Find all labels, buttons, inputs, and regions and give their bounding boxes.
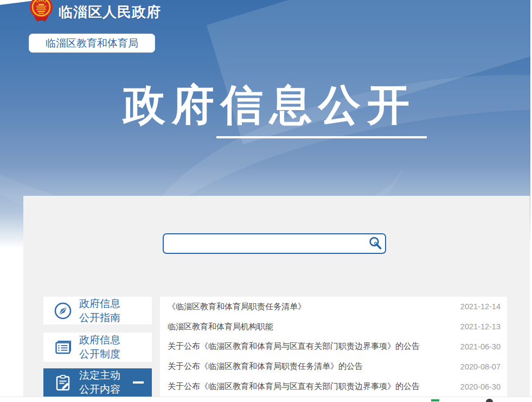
partial-dark-icon: [486, 399, 493, 402]
sidebar-item-label: 政府信息 公开指南: [79, 297, 120, 325]
ledger-icon: [54, 338, 72, 356]
page-title: 政府信息公开: [115, 81, 424, 129]
article-title[interactable]: 关于公布《临淄区教育和体育局与区直有关部门职责边界事项》的公告: [168, 341, 420, 352]
sidebar-item-system[interactable]: 政府信息 公开制度: [43, 333, 152, 362]
article-row[interactable]: 关于公布《临淄区教育和体育局与区直有关部门职责边界事项》的公告 2020-06-…: [160, 377, 507, 397]
page-title-underline: [216, 136, 427, 138]
article-row[interactable]: 《临淄区教育和体育局职责任务清单》 2021-12-14: [160, 297, 507, 317]
search-button[interactable]: [366, 234, 385, 253]
sidebar-item-legal-disclosure[interactable]: 法定主动 公开内容: [43, 368, 152, 397]
sidebar-item-label: 政府信息 公开制度: [79, 333, 120, 361]
footer-strip: [0, 397, 532, 402]
sidebar-item-guide[interactable]: 政府信息 公开指南: [43, 297, 152, 324]
article-date: 2021-12-13: [460, 322, 501, 331]
partial-green-icon: [431, 399, 439, 401]
article-date: 2020-06-30: [460, 382, 501, 391]
article-list: 《临淄区教育和体育局职责任务清单》 2021-12-14 临淄区教育和体育局机构…: [160, 297, 507, 397]
department-tab[interactable]: 临淄区教育和体育局: [29, 34, 155, 53]
collapse-minus-icon[interactable]: [133, 381, 144, 384]
article-date: 2021-06-30: [460, 342, 501, 351]
search-icon: [368, 236, 382, 252]
compass-icon: [54, 302, 72, 320]
clipboard-pencil-icon: [54, 373, 72, 392]
article-row[interactable]: 关于公布《临淄区教育和体育局职责任务清单》的公告 2020-08-07: [160, 356, 507, 377]
sidebar-item-label: 法定主动 公开内容: [79, 368, 120, 397]
article-title[interactable]: 关于公布《临淄区教育和体育局职责任务清单》的公告: [168, 361, 363, 372]
article-title[interactable]: 临淄区教育和体育局机构职能: [168, 322, 273, 332]
search-input[interactable]: [164, 234, 366, 253]
national-emblem-icon[interactable]: [28, 0, 54, 26]
article-row[interactable]: 关于公布《临淄区教育和体育局与区直有关部门职责边界事项》的公告 2021-06-…: [160, 337, 507, 357]
article-row[interactable]: 临淄区教育和体育局机构职能 2021-12-13: [160, 317, 507, 337]
article-title[interactable]: 《临淄区教育和体育局职责任务清单》: [168, 302, 306, 312]
gov-site-title[interactable]: 临淄区人民政府: [59, 3, 161, 22]
article-date: 2021-12-14: [460, 302, 501, 311]
department-tab-label: 临淄区教育和体育局: [46, 36, 138, 50]
article-title[interactable]: 关于公布《临淄区教育和体育局与区直有关部门职责边界事项》的公告: [168, 381, 420, 392]
search-box: [163, 233, 386, 254]
article-date: 2020-08-07: [460, 362, 501, 371]
